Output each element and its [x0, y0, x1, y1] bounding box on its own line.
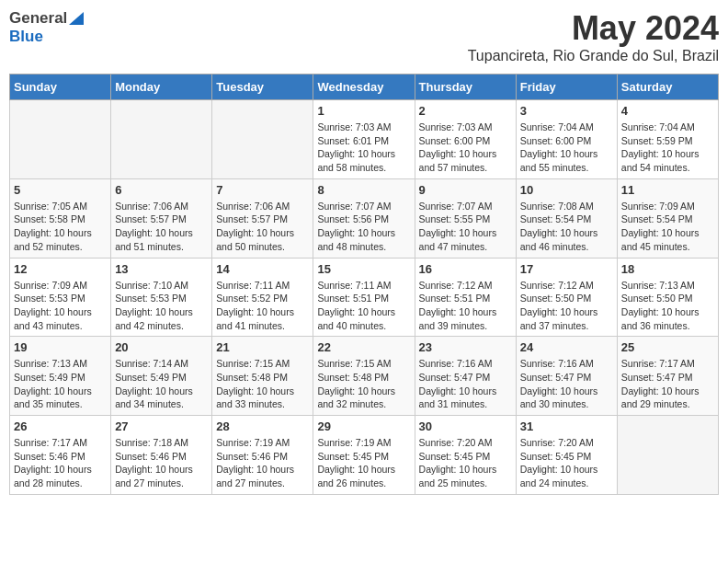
- day-number: 27: [115, 419, 208, 433]
- day-number: 19: [14, 340, 107, 354]
- day-number: 23: [419, 340, 512, 354]
- calendar-cell: 11Sunrise: 7:09 AMSunset: 5:54 PMDayligh…: [617, 178, 718, 258]
- calendar-cell: 4Sunrise: 7:04 AMSunset: 5:59 PMDaylight…: [617, 100, 718, 179]
- day-info: Sunrise: 7:19 AMSunset: 5:45 PMDaylight:…: [317, 436, 410, 490]
- day-info: Sunrise: 7:09 AMSunset: 5:54 PMDaylight:…: [621, 200, 714, 254]
- calendar-cell: 27Sunrise: 7:18 AMSunset: 5:46 PMDayligh…: [111, 416, 212, 495]
- calendar-week-row: 1Sunrise: 7:03 AMSunset: 6:01 PMDaylight…: [10, 100, 719, 179]
- calendar-cell: 24Sunrise: 7:16 AMSunset: 5:47 PMDayligh…: [516, 337, 617, 416]
- location: Tupancireta, Rio Grande do Sul, Brazil: [468, 48, 719, 64]
- day-number: 25: [621, 340, 714, 354]
- day-header-monday: Monday: [111, 75, 212, 100]
- day-number: 15: [317, 262, 410, 276]
- calendar-cell: 14Sunrise: 7:11 AMSunset: 5:52 PMDayligh…: [212, 258, 313, 337]
- day-info: Sunrise: 7:11 AMSunset: 5:52 PMDaylight:…: [216, 279, 309, 333]
- calendar-cell: 29Sunrise: 7:19 AMSunset: 5:45 PMDayligh…: [313, 416, 415, 495]
- calendar-cell: 23Sunrise: 7:16 AMSunset: 5:47 PMDayligh…: [415, 337, 516, 416]
- day-number: 24: [520, 340, 613, 354]
- calendar-cell: 7Sunrise: 7:06 AMSunset: 5:57 PMDaylight…: [212, 178, 313, 258]
- month-title: May 2024: [468, 9, 719, 48]
- day-header-tuesday: Tuesday: [212, 75, 313, 100]
- calendar-cell: 9Sunrise: 7:07 AMSunset: 5:55 PMDaylight…: [415, 178, 516, 258]
- day-info: Sunrise: 7:16 AMSunset: 5:47 PMDaylight:…: [520, 357, 613, 411]
- day-header-friday: Friday: [516, 75, 617, 100]
- day-info: Sunrise: 7:07 AMSunset: 5:55 PMDaylight:…: [419, 200, 512, 254]
- day-info: Sunrise: 7:19 AMSunset: 5:46 PMDaylight:…: [216, 436, 309, 490]
- day-number: 18: [621, 262, 714, 276]
- day-number: 2: [419, 104, 512, 118]
- calendar-cell: [617, 416, 718, 495]
- calendar-cell: 2Sunrise: 7:03 AMSunset: 6:00 PMDaylight…: [415, 100, 516, 179]
- day-info: Sunrise: 7:10 AMSunset: 5:53 PMDaylight:…: [115, 279, 208, 333]
- calendar-cell: 21Sunrise: 7:15 AMSunset: 5:48 PMDayligh…: [212, 337, 313, 416]
- calendar-week-row: 12Sunrise: 7:09 AMSunset: 5:53 PMDayligh…: [10, 258, 719, 337]
- day-info: Sunrise: 7:06 AMSunset: 5:57 PMDaylight:…: [115, 200, 208, 254]
- day-number: 1: [317, 104, 410, 118]
- day-number: 8: [317, 183, 410, 197]
- calendar-table: SundayMondayTuesdayWednesdayThursdayFrid…: [9, 74, 719, 495]
- calendar-cell: 3Sunrise: 7:04 AMSunset: 6:00 PMDaylight…: [516, 100, 617, 179]
- calendar-week-row: 5Sunrise: 7:05 AMSunset: 5:58 PMDaylight…: [10, 178, 719, 258]
- day-number: 20: [115, 340, 208, 354]
- day-number: 11: [621, 183, 714, 197]
- day-number: 12: [14, 262, 107, 276]
- day-info: Sunrise: 7:04 AMSunset: 6:00 PMDaylight:…: [520, 121, 613, 175]
- day-info: Sunrise: 7:06 AMSunset: 5:57 PMDaylight:…: [216, 200, 309, 254]
- day-number: 28: [216, 419, 309, 433]
- page-header: General Blue May 2024 Tupancireta, Rio G…: [9, 9, 719, 64]
- day-number: 13: [115, 262, 208, 276]
- day-number: 16: [419, 262, 512, 276]
- day-info: Sunrise: 7:20 AMSunset: 5:45 PMDaylight:…: [520, 436, 613, 490]
- day-info: Sunrise: 7:03 AMSunset: 6:00 PMDaylight:…: [419, 121, 512, 175]
- day-info: Sunrise: 7:09 AMSunset: 5:53 PMDaylight:…: [14, 279, 107, 333]
- day-number: 6: [115, 183, 208, 197]
- day-info: Sunrise: 7:18 AMSunset: 5:46 PMDaylight:…: [115, 436, 208, 490]
- calendar-cell: 19Sunrise: 7:13 AMSunset: 5:49 PMDayligh…: [10, 337, 111, 416]
- calendar-cell: [111, 100, 212, 179]
- calendar-cell: 13Sunrise: 7:10 AMSunset: 5:53 PMDayligh…: [111, 258, 212, 337]
- calendar-cell: 22Sunrise: 7:15 AMSunset: 5:48 PMDayligh…: [313, 337, 415, 416]
- day-info: Sunrise: 7:11 AMSunset: 5:51 PMDaylight:…: [317, 279, 410, 333]
- calendar-cell: [212, 100, 313, 179]
- calendar-cell: 15Sunrise: 7:11 AMSunset: 5:51 PMDayligh…: [313, 258, 415, 337]
- calendar-cell: 5Sunrise: 7:05 AMSunset: 5:58 PMDaylight…: [10, 178, 111, 258]
- calendar-cell: 10Sunrise: 7:08 AMSunset: 5:54 PMDayligh…: [516, 178, 617, 258]
- day-number: 5: [14, 183, 107, 197]
- calendar-cell: 1Sunrise: 7:03 AMSunset: 6:01 PMDaylight…: [313, 100, 415, 179]
- day-info: Sunrise: 7:13 AMSunset: 5:49 PMDaylight:…: [14, 357, 107, 411]
- calendar-cell: 28Sunrise: 7:19 AMSunset: 5:46 PMDayligh…: [212, 416, 313, 495]
- day-number: 22: [317, 340, 410, 354]
- day-header-saturday: Saturday: [617, 75, 718, 100]
- day-number: 26: [14, 419, 107, 433]
- calendar-cell: 20Sunrise: 7:14 AMSunset: 5:49 PMDayligh…: [111, 337, 212, 416]
- day-info: Sunrise: 7:15 AMSunset: 5:48 PMDaylight:…: [317, 357, 410, 411]
- day-info: Sunrise: 7:03 AMSunset: 6:01 PMDaylight:…: [317, 121, 410, 175]
- day-number: 3: [520, 104, 613, 118]
- day-info: Sunrise: 7:13 AMSunset: 5:50 PMDaylight:…: [621, 279, 714, 333]
- day-number: 21: [216, 340, 309, 354]
- calendar-cell: 25Sunrise: 7:17 AMSunset: 5:47 PMDayligh…: [617, 337, 718, 416]
- logo: General Blue: [9, 9, 85, 46]
- day-info: Sunrise: 7:04 AMSunset: 5:59 PMDaylight:…: [621, 121, 714, 175]
- logo-general-text: General: [9, 9, 67, 28]
- day-number: 31: [520, 419, 613, 433]
- day-number: 9: [419, 183, 512, 197]
- day-info: Sunrise: 7:08 AMSunset: 5:54 PMDaylight:…: [520, 200, 613, 254]
- svg-marker-0: [69, 12, 84, 25]
- calendar-cell: [10, 100, 111, 179]
- day-info: Sunrise: 7:12 AMSunset: 5:51 PMDaylight:…: [419, 279, 512, 333]
- logo-blue-text: Blue: [9, 28, 43, 46]
- calendar-cell: 16Sunrise: 7:12 AMSunset: 5:51 PMDayligh…: [415, 258, 516, 337]
- logo-triangle-icon: [69, 12, 84, 25]
- calendar-cell: 18Sunrise: 7:13 AMSunset: 5:50 PMDayligh…: [617, 258, 718, 337]
- day-info: Sunrise: 7:07 AMSunset: 5:56 PMDaylight:…: [317, 200, 410, 254]
- calendar-cell: 12Sunrise: 7:09 AMSunset: 5:53 PMDayligh…: [10, 258, 111, 337]
- day-number: 17: [520, 262, 613, 276]
- calendar-cell: 17Sunrise: 7:12 AMSunset: 5:50 PMDayligh…: [516, 258, 617, 337]
- calendar-header-row: SundayMondayTuesdayWednesdayThursdayFrid…: [10, 75, 719, 100]
- day-number: 10: [520, 183, 613, 197]
- title-section: May 2024 Tupancireta, Rio Grande do Sul,…: [468, 9, 719, 64]
- day-info: Sunrise: 7:05 AMSunset: 5:58 PMDaylight:…: [14, 200, 107, 254]
- day-info: Sunrise: 7:12 AMSunset: 5:50 PMDaylight:…: [520, 279, 613, 333]
- calendar-cell: 6Sunrise: 7:06 AMSunset: 5:57 PMDaylight…: [111, 178, 212, 258]
